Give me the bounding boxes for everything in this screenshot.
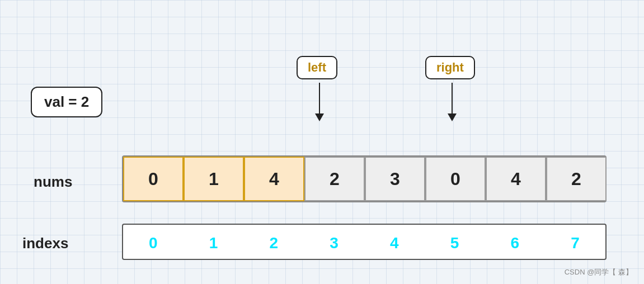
array-cell-5: 0 — [425, 157, 486, 201]
index-cell-2: 2 — [244, 225, 304, 261]
nums-label: nums — [34, 173, 72, 191]
watermark: CSDN @同学【 森】 — [565, 267, 633, 277]
indexs-label: indexs — [22, 235, 68, 252]
array-cell-1: 1 — [184, 157, 244, 201]
right-arrow — [448, 83, 457, 121]
left-arrow — [315, 83, 324, 121]
array-cell-0: 0 — [123, 157, 184, 201]
index-cell-6: 6 — [485, 225, 546, 261]
index-cell-1: 1 — [184, 225, 244, 261]
index-cell-3: 3 — [304, 225, 364, 261]
index-cell-7: 7 — [545, 225, 605, 261]
array-cell-7: 2 — [546, 157, 607, 201]
val-box: val = 2 — [31, 87, 102, 117]
array-cell-3: 2 — [304, 157, 365, 201]
right-pointer-label: right — [425, 56, 475, 79]
index-cell-5: 5 — [425, 225, 485, 261]
index-cell-0: 0 — [123, 225, 184, 261]
array-cell-2: 4 — [244, 157, 304, 201]
index-cell-4: 4 — [364, 225, 425, 261]
array-container: 01423042 — [123, 157, 607, 201]
left-pointer-label: left — [297, 56, 337, 79]
array-cell-6: 4 — [486, 157, 546, 201]
index-container: 01234567 — [122, 224, 607, 260]
array-cell-4: 3 — [365, 157, 425, 201]
